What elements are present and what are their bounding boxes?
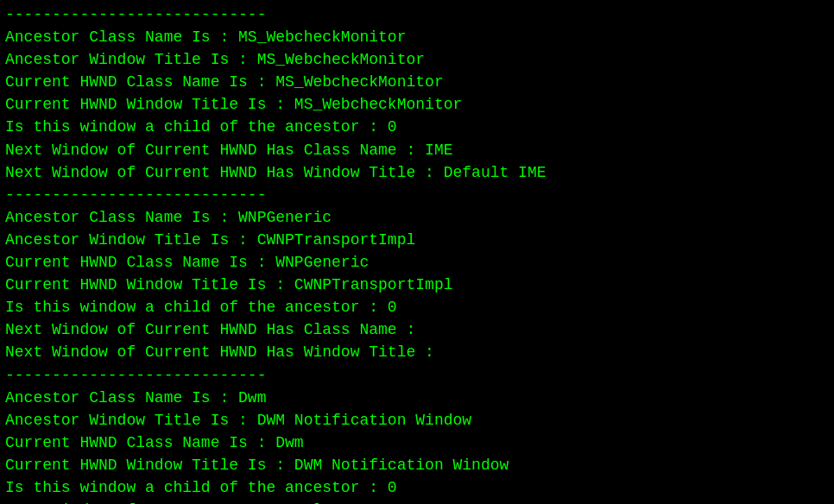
terminal-line-5: Is this window a child of the ancestor :… xyxy=(5,116,829,138)
terminal-output: ----------------------------Ancestor Cla… xyxy=(0,0,834,504)
terminal-line-11: Current HWND Class Name Is : WNPGeneric xyxy=(5,251,829,274)
terminal-line-6: Next Window of Current HWND Has Class Na… xyxy=(5,139,829,161)
terminal-line-4: Current HWND Window Title Is : MS_Webche… xyxy=(5,93,829,116)
terminal-line-18: Ancestor Window Title Is : DWM Notificat… xyxy=(5,409,829,432)
terminal-line-7: Next Window of Current HWND Has Window T… xyxy=(5,161,829,184)
terminal-line-19: Current HWND Class Name Is : Dwm xyxy=(5,432,829,454)
terminal-line-2: Ancestor Window Title Is : MS_WebcheckMo… xyxy=(5,48,829,71)
terminal-line-12: Current HWND Window Title Is : CWNPTrans… xyxy=(5,274,829,296)
terminal-line-1: Ancestor Class Name Is : MS_WebcheckMoni… xyxy=(5,26,829,48)
terminal-line-22: Next Window of Current HWND Has Class Na… xyxy=(5,499,829,504)
terminal-line-20: Current HWND Window Title Is : DWM Notif… xyxy=(5,454,829,476)
terminal-line-14: Next Window of Current HWND Has Class Na… xyxy=(5,318,829,341)
terminal-line-15: Next Window of Current HWND Has Window T… xyxy=(5,341,829,363)
terminal-line-8: ---------------------------- xyxy=(5,184,829,206)
terminal-line-16: ---------------------------- xyxy=(5,364,829,387)
terminal-line-13: Is this window a child of the ancestor :… xyxy=(5,296,829,318)
terminal-line-21: Is this window a child of the ancestor :… xyxy=(5,476,829,499)
terminal-line-0: ---------------------------- xyxy=(5,3,829,26)
terminal-line-10: Ancestor Window Title Is : CWNPTransport… xyxy=(5,229,829,251)
terminal-line-9: Ancestor Class Name Is : WNPGeneric xyxy=(5,206,829,229)
terminal-line-3: Current HWND Class Name Is : MS_Webcheck… xyxy=(5,71,829,93)
terminal-line-17: Ancestor Class Name Is : Dwm xyxy=(5,387,829,409)
